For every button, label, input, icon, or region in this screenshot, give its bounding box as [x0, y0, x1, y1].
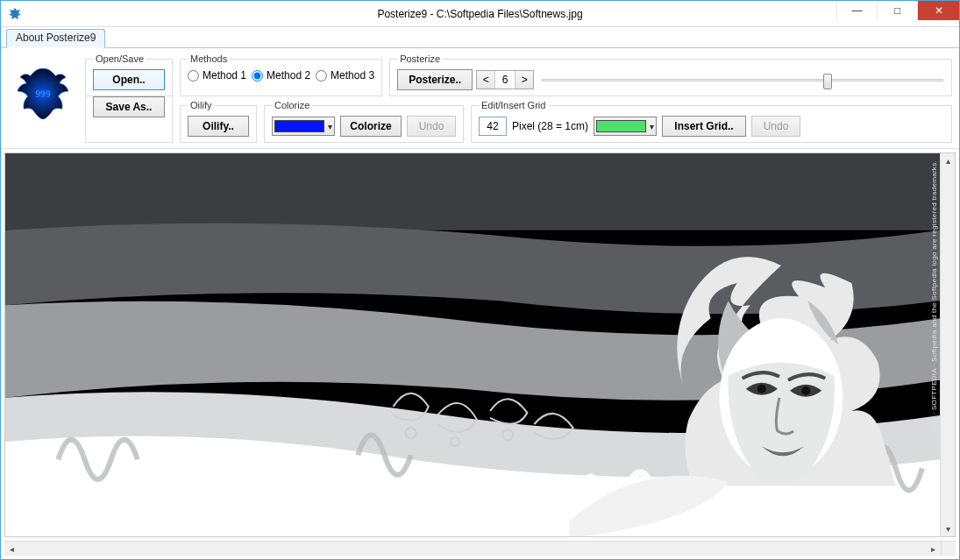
radio-method-2-label: Method 2: [267, 69, 310, 82]
tab-about[interactable]: About Posterize9: [6, 29, 105, 48]
image-copyright: (c) 2004 · SOFTPEDIA · Softpedia and the…: [930, 160, 938, 444]
posterize-prev[interactable]: <: [477, 71, 494, 89]
insert-grid-button[interactable]: Insert Grid..: [662, 116, 746, 137]
dropdown-icon: ▾: [650, 122, 654, 131]
svg-point-5: [801, 386, 810, 395]
toolbar-rows: Open/Save Open.. Methods Method 1: [85, 53, 952, 143]
image-viewport[interactable]: (c) 2004 · SOFTPEDIA · Softpedia and the…: [5, 153, 940, 536]
app-logo: 999: [8, 59, 78, 129]
vertical-scrollbar[interactable]: ▴ ▾: [940, 153, 955, 536]
radio-method-3-label: Method 3: [331, 69, 374, 82]
scroll-right-icon[interactable]: ▸: [926, 542, 941, 556]
grid-color-picker[interactable]: ▾: [594, 117, 657, 136]
radio-method-2[interactable]: Method 2: [252, 69, 310, 82]
posterize-button[interactable]: Posterize..: [397, 69, 473, 90]
group-posterize-legend: Posterize: [397, 53, 443, 64]
save-as-button[interactable]: Save As..: [93, 96, 165, 117]
toolbar: 999 Open/Save Open.. Methods Meth: [1, 48, 959, 149]
colorize-color-picker[interactable]: ▾: [272, 117, 335, 136]
group-oilify: Oilify Oilify..: [180, 100, 257, 143]
grid-pixel-input[interactable]: [479, 117, 507, 136]
grid-pixel-note: Pixel (28 = 1cm): [512, 120, 588, 132]
window-controls: — □ ✕: [836, 1, 959, 20]
posterize-next[interactable]: >: [516, 71, 533, 89]
radio-method-3[interactable]: Method 3: [316, 69, 374, 82]
group-methods: Methods Method 1 Method 2 Method 3: [180, 53, 382, 96]
svg-rect-2: [5, 153, 940, 230]
group-colorize: Colorize ▾ Colorize Undo: [264, 100, 464, 143]
group-posterize: Posterize Posterize.. < 6 >: [389, 53, 952, 96]
group-open-save: Open/Save Open..: [85, 53, 173, 96]
posterize-slider[interactable]: [541, 72, 944, 88]
close-button[interactable]: ✕: [917, 1, 959, 20]
app-window: Posterize9 - C:\Softpedia Files\Softnews…: [0, 0, 960, 560]
maximize-button[interactable]: □: [877, 1, 917, 20]
scroll-down-icon[interactable]: ▾: [941, 521, 955, 536]
svg-point-4: [757, 385, 766, 393]
oilify-button[interactable]: Oilify..: [188, 116, 249, 137]
radio-method-1-input[interactable]: [188, 70, 199, 82]
scroll-up-icon[interactable]: ▴: [941, 153, 955, 168]
group-methods-legend: Methods: [188, 53, 230, 64]
group-open-save-legend: Open/Save: [93, 53, 146, 64]
group-open-save-lower: Save As..: [85, 95, 173, 143]
minimize-button[interactable]: —: [836, 1, 877, 20]
dropdown-icon: ▾: [328, 122, 332, 131]
radio-method-1[interactable]: Method 1: [188, 69, 246, 82]
scrollbar-corner: [941, 542, 956, 556]
group-oilify-legend: Oilify: [188, 100, 214, 110]
group-grid-legend: Edit/Insert Grid: [479, 100, 548, 110]
horizontal-scrollbar[interactable]: ◂ ▸: [4, 541, 956, 556]
window-title: Posterize9 - C:\Softpedia Files\Softnews…: [1, 8, 959, 20]
app-icon: [8, 7, 22, 21]
radio-method-2-input[interactable]: [252, 70, 263, 82]
posterize-stepper: < 6 >: [476, 70, 534, 89]
titlebar: Posterize9 - C:\Softpedia Files\Softnews…: [1, 1, 959, 27]
tabstrip: About Posterize9: [1, 27, 959, 48]
grid-undo-button[interactable]: Undo: [751, 116, 800, 137]
grid-swatch: [596, 120, 646, 132]
image-viewport-container: (c) 2004 · SOFTPEDIA · Softpedia and the…: [4, 152, 956, 537]
radio-method-3-input[interactable]: [316, 70, 327, 82]
scroll-left-icon[interactable]: ◂: [4, 542, 19, 556]
open-button[interactable]: Open..: [93, 69, 165, 90]
radio-method-1-label: Method 1: [203, 69, 246, 82]
colorize-undo-button[interactable]: Undo: [407, 116, 456, 137]
colorize-button[interactable]: Colorize: [340, 116, 402, 137]
group-colorize-legend: Colorize: [272, 100, 312, 110]
svg-text:999: 999: [35, 89, 51, 99]
colorize-swatch: [274, 120, 324, 132]
posterize-value: 6: [494, 71, 516, 89]
posterize-slider-thumb[interactable]: [823, 74, 832, 89]
group-grid: Edit/Insert Grid Pixel (28 = 1cm) ▾ Inse…: [471, 100, 952, 143]
